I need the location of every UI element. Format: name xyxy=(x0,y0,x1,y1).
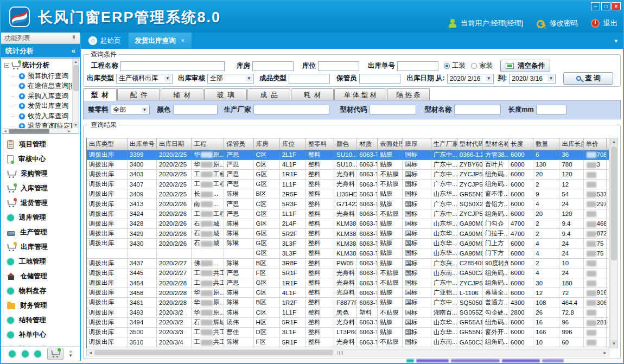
toolbar-dot-icon[interactable] xyxy=(34,350,41,357)
material-tab-6[interactable]: 单 体 型 材 xyxy=(334,88,386,100)
table-row-3[interactable]: 调拨出库34072020/2/25工工程严思G区1L1F整料光身料6063-T5… xyxy=(87,180,609,189)
keeper-input[interactable] xyxy=(359,74,400,84)
table-row-4[interactable]: 调拨出库34092020/2/25长...陈琳B区2R5F整料LI35HD606… xyxy=(87,189,609,199)
sidebar-module-2[interactable]: 采购管理 xyxy=(1,167,80,181)
col-header-12[interactable]: 生产厂家 xyxy=(431,138,457,150)
table-row-6[interactable]: 调拨出库34242020/2/26工工程严思G区1L1F整料光身料6063-T5… xyxy=(87,209,609,219)
col-header-16[interactable]: 数量 xyxy=(533,138,559,150)
tab-home[interactable]: ⌂ 起始页 xyxy=(81,33,129,49)
logout-button[interactable]: 退出 xyxy=(603,18,617,28)
col-header-11[interactable]: 膜厚 xyxy=(403,138,431,150)
profile-code-input[interactable] xyxy=(370,105,416,114)
manufacturer-input[interactable] xyxy=(253,105,329,114)
table-row-19[interactable]: 调拨出库35102020/3/4工共工程陈琳F区5R1F整料光身料6063-T5… xyxy=(87,337,609,347)
col-header-7[interactable]: 整零料 xyxy=(305,138,334,150)
table-row-17[interactable]: 调拨出库34942020/3/2石辉城汤伟H区5R1F整料光身料6063-T5贴… xyxy=(87,317,609,327)
scroll-left-icon[interactable]: ◄ xyxy=(3,129,7,134)
sidebar-module-10[interactable]: 物料盘存 xyxy=(1,284,80,298)
table-row-15[interactable]: 调拨出库34612020/2/28华原...陈琳B区1R2F整料F8877FT6… xyxy=(87,298,609,308)
project-name-input[interactable] xyxy=(120,61,225,71)
material-tab-5[interactable]: 耗 材 xyxy=(291,88,334,100)
col-header-8[interactable]: 颜色 xyxy=(334,138,357,150)
col-header-9[interactable]: 材质 xyxy=(357,138,378,150)
change-password-button[interactable]: 修改密码 xyxy=(550,18,578,28)
sidebar-module-6[interactable]: 生产管理 xyxy=(1,225,80,240)
table-row-14[interactable]: 调拨出库34582020/2/28华原...陈琳C区4L1F整料光身料6063-… xyxy=(87,288,609,298)
sidebar-module-0[interactable]: 项目管理 xyxy=(1,137,80,152)
clear-conditions-button[interactable]: 清空条件 xyxy=(500,60,550,72)
table-vertical-scrollbar[interactable]: ▲ ▼ xyxy=(610,138,618,348)
material-tab-4[interactable]: 成 品 xyxy=(247,88,290,100)
profile-name-input[interactable] xyxy=(454,105,501,114)
tree-root-node[interactable]: 统计分析 xyxy=(4,61,78,70)
date-to-picker[interactable]: 2020/ 3/16 ▼ xyxy=(509,74,556,84)
scroll-right-icon[interactable]: ► xyxy=(603,349,607,356)
table-row-9[interactable]: 调拨出库34302020/2/26石城陈琳G区3L3F整料KLM38176063… xyxy=(87,239,609,248)
sidebar-module-13[interactable]: 补单中心 xyxy=(1,328,80,342)
col-header-19[interactable]: 金额 xyxy=(606,138,609,150)
material-tab-0[interactable]: 型 材 xyxy=(83,88,117,101)
toolbar-dot-icon[interactable] xyxy=(9,350,16,357)
col-header-6[interactable]: 库位 xyxy=(279,138,305,150)
table-vscroll-thumb[interactable] xyxy=(611,146,617,260)
col-header-17[interactable]: 出库长度 xyxy=(559,138,583,150)
tab-close-icon[interactable]: × xyxy=(181,37,185,44)
table-row-5[interactable]: 调拨出库34132020/2/26南...严思C区5R3F整料G71422606… xyxy=(87,199,609,209)
order-no-input[interactable] xyxy=(397,61,438,71)
collapse-icon[interactable]: « xyxy=(72,47,75,55)
material-tab-1[interactable]: 配 件 xyxy=(117,88,160,100)
material-tab-2[interactable]: 辅 材 xyxy=(161,88,203,100)
scroll-up-icon[interactable]: ▲ xyxy=(73,59,79,65)
table-row-10[interactable]: G区3L3F整料KLM38176063-T5贴膜国标山东华...GA90M09.… xyxy=(87,248,609,258)
tree-vertical-scrollbar[interactable]: ▲ ▼ xyxy=(72,59,79,128)
col-header-10[interactable]: 表面处理 xyxy=(378,138,403,150)
tree-item-1[interactable]: 在途信息查询[待 xyxy=(4,81,78,92)
tree-horizontal-scrollbar[interactable]: ◄ ► xyxy=(2,128,72,133)
tree-vscroll-thumb[interactable] xyxy=(73,65,79,91)
col-header-1[interactable]: 出库单号 xyxy=(127,138,156,150)
col-header-14[interactable]: 型材名称 xyxy=(482,138,508,150)
toolbar-cart-button[interactable] xyxy=(47,348,63,360)
table-row-0[interactable]: 调拨出库33992020/2/25华原...严思C区2L1F整料SU10...6… xyxy=(87,150,609,159)
col-header-2[interactable]: 出库日期 xyxy=(156,138,191,150)
col-header-3[interactable]: 工程 xyxy=(192,138,224,150)
sidebar-module-14[interactable]: 报废管理 xyxy=(1,342,80,346)
tree-item-3[interactable]: 发货出库查询 xyxy=(4,101,78,112)
table-row-13[interactable]: 调拨出库34542020/2/28工共工程严思G区1R1F整料光身料6063-T… xyxy=(87,278,609,288)
col-header-0[interactable]: 出库类型 xyxy=(87,138,127,150)
out-type-select[interactable]: 生产领料出库 ▼ xyxy=(116,74,173,84)
radio-gongzhuang[interactable] xyxy=(444,63,450,69)
col-header-13[interactable]: 型材代码 xyxy=(457,138,482,150)
sidebar-module-3[interactable]: 入库管理 xyxy=(1,181,80,196)
sidebar-module-11[interactable]: 财务管理 xyxy=(1,298,80,313)
col-header-4[interactable]: 保管员 xyxy=(224,138,253,150)
table-row-8[interactable]: 调拨出库34292020/2/26石城陈琳G区5R2F整料KLM38176063… xyxy=(87,229,609,239)
table-hscroll-thumb[interactable] xyxy=(94,350,333,355)
table-row-16[interactable]: 调拨出库34932020/3/2华原...陈琳C区1L1F整料黑色塑料不贴膜国标… xyxy=(87,308,609,317)
sidebar-module-7[interactable]: 出库管理 xyxy=(1,240,80,254)
scroll-up-icon[interactable]: ▲ xyxy=(610,138,617,146)
col-header-15[interactable]: 长度 xyxy=(508,138,533,150)
audit-select[interactable]: 全部 ▼ xyxy=(207,74,254,84)
scroll-down-icon[interactable]: ▼ xyxy=(73,122,79,128)
date-from-picker[interactable]: 2020/ 2/16 ▼ xyxy=(447,74,494,84)
tree-item-0[interactable]: 预算执行查询 xyxy=(4,71,78,81)
table-row-11[interactable]: 调拨出库34372020/2/27佛...陈琳B区3R8F整料PW056063-… xyxy=(87,258,609,268)
sidebar-module-12[interactable]: 结转管理 xyxy=(1,313,80,328)
product-type-input[interactable] xyxy=(289,74,330,84)
table-row-20[interactable]: 调拨出库35122020/3/4工共工程陈琳F区1L2F整料光身料6063-T5… xyxy=(87,347,609,348)
whole-part-select[interactable]: 全部 ▼ xyxy=(111,105,150,114)
tree-item-2[interactable]: 采购入库查询 xyxy=(4,91,78,101)
search-button[interactable]: 查 询 xyxy=(563,72,613,85)
sidebar-module-9[interactable]: 仓储管理 xyxy=(1,269,80,284)
table-horizontal-scrollbar[interactable]: ◄ ► xyxy=(86,349,609,356)
tree-expander-icon[interactable] xyxy=(4,63,9,68)
table-row-12[interactable]: 调拨出库34452020/2/27工共工程严思F区5R1F整料光身料6063-T… xyxy=(87,268,609,278)
warehouse-input[interactable] xyxy=(252,61,294,71)
location-input[interactable] xyxy=(318,61,359,71)
sidebar-module-4[interactable]: 退货管理 xyxy=(1,196,80,210)
section-header[interactable]: 统计分析 « xyxy=(1,44,80,58)
tab-shipping-out-query[interactable]: 发货出库查询 × xyxy=(129,33,192,49)
sidebar-module-8[interactable]: 工地管理 xyxy=(1,254,80,269)
table-row-18[interactable]: 调拨出库35002020/3/3工共工程曹佳D区3L1F整料LT3P606063… xyxy=(87,327,609,337)
